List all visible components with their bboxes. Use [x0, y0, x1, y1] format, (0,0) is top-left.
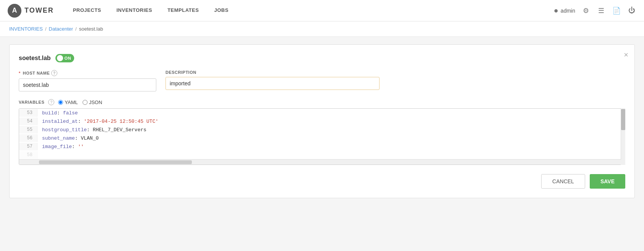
form-actions: CANCEL SAVE [19, 174, 625, 189]
host-name-input[interactable] [19, 78, 156, 91]
description-input[interactable] [165, 77, 380, 90]
host-name-help-icon[interactable]: ? [51, 70, 57, 76]
code-lines: 53 build: false 54 installed_at: '2017-0… [19, 109, 625, 159]
brand: A TOWER [8, 4, 54, 18]
username: admin [561, 8, 575, 14]
breadcrumb-sep-1: / [45, 26, 47, 32]
json-radio[interactable] [83, 100, 88, 105]
nav-projects[interactable]: PROJECTS [65, 0, 109, 21]
required-indicator: * [19, 71, 21, 75]
card-header: soetest.lab ON [19, 54, 625, 62]
host-name-group: * HOST NAME ? [19, 70, 156, 91]
close-button[interactable]: × [624, 51, 628, 59]
save-button[interactable]: SAVE [590, 174, 625, 189]
card-title: soetest.lab [19, 55, 51, 62]
editor-scrollbar-vertical[interactable] [621, 108, 625, 160]
format-radio-group: YAML JSON [58, 99, 102, 105]
cancel-button[interactable]: CANCEL [541, 174, 585, 189]
breadcrumb: INVENTORIES / Datacenter / soetest.lab [0, 21, 644, 37]
form-card: × soetest.lab ON * HOST NAME ? [9, 44, 635, 198]
brand-logo: A [8, 4, 21, 18]
breadcrumb-inventories[interactable]: INVENTORIES [9, 26, 43, 32]
yaml-radio[interactable] [58, 100, 63, 105]
table-row: 54 installed_at: '2017-04-25 12:50:45 UT… [19, 117, 625, 126]
json-option[interactable]: JSON [83, 99, 102, 105]
main-content: × soetest.lab ON * HOST NAME ? [0, 37, 644, 206]
nav-templates[interactable]: TEMPLATES [160, 0, 206, 21]
editor-scrollbar-horizontal[interactable] [19, 159, 625, 165]
navbar: A TOWER PROJECTS INVENTORIES TEMPLATES J… [0, 0, 644, 21]
breadcrumb-current: soetest.lab [79, 26, 103, 32]
code-editor[interactable]: 53 build: false 54 installed_at: '2017-0… [19, 108, 625, 165]
power-icon[interactable]: ⏻ [627, 6, 636, 15]
variables-label: VARIABLES [19, 100, 44, 104]
form-fields-row: * HOST NAME ? DESCRIPTION [19, 70, 625, 91]
variables-help-icon[interactable]: ? [48, 99, 54, 105]
variables-header: VARIABLES ? YAML JSON [19, 99, 625, 105]
nav-links: PROJECTS INVENTORIES TEMPLATES JOBS [65, 0, 554, 21]
breadcrumb-datacenter[interactable]: Datacenter [49, 26, 73, 32]
table-row: 58 [19, 151, 625, 159]
table-row: 56 subnet_name: VLAN_0 [19, 134, 625, 142]
scrollbar-h-thumb [39, 160, 192, 164]
user-menu[interactable]: ● admin [554, 6, 575, 15]
nav-inventories[interactable]: INVENTORIES [109, 0, 160, 21]
scrollbar-v-thumb [621, 109, 625, 130]
table-row: 53 build: false [19, 109, 625, 117]
breadcrumb-sep-2: / [75, 26, 77, 32]
nav-jobs[interactable]: JOBS [206, 0, 236, 21]
variables-section: VARIABLES ? YAML JSON [19, 99, 625, 165]
scrollbar-corner [621, 160, 625, 165]
table-row: 55 hostgroup_title: RHEL_7_DEV_Servers [19, 126, 625, 134]
yaml-option[interactable]: YAML [58, 99, 78, 105]
brand-name: TOWER [24, 7, 54, 15]
code-editor-wrapper: 53 build: false 54 installed_at: '2017-0… [19, 108, 625, 165]
table-row: 57 image_file: '' [19, 142, 625, 151]
navbar-right: ● admin ⚙ ☰ 📄 ⏻ [554, 6, 636, 15]
toggle-knob [57, 55, 63, 61]
book-icon[interactable]: 📄 [612, 6, 621, 15]
description-group: DESCRIPTION [165, 70, 380, 91]
toggle-label-text: ON [65, 56, 71, 60]
host-toggle[interactable]: ON [55, 54, 75, 62]
user-icon: ● [554, 6, 558, 15]
list-icon[interactable]: ☰ [597, 6, 606, 15]
host-name-label: * HOST NAME ? [19, 70, 156, 76]
settings-icon[interactable]: ⚙ [581, 6, 590, 15]
description-label: DESCRIPTION [165, 70, 380, 75]
